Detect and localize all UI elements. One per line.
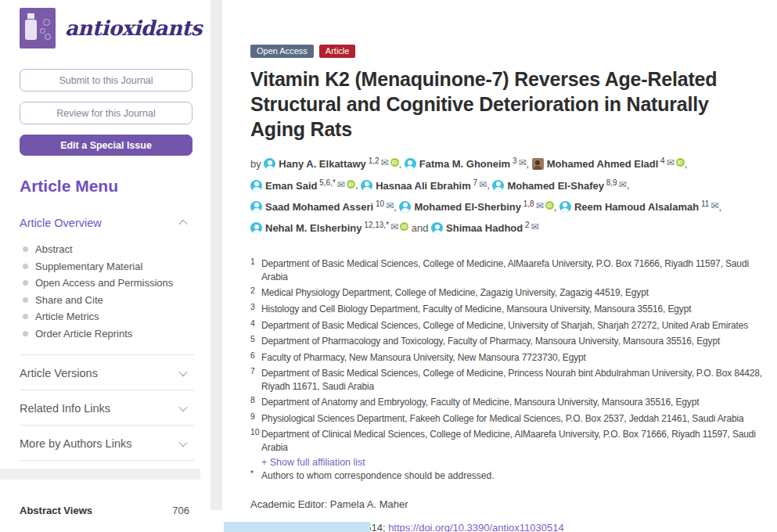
orcid-icon[interactable]: iD <box>390 158 399 167</box>
email-icon[interactable]: ✉ <box>518 157 526 168</box>
affiliation-10: 10Department of Clinical Medical Science… <box>250 428 776 454</box>
author-hasnaa-ali-ebrahim: Hasnaa Ali Ebrahim 7✉ <box>361 180 487 192</box>
affiliation-5: 5Department of Pharmacology and Toxicolo… <box>250 335 776 348</box>
email-icon[interactable]: ✉ <box>531 221 539 232</box>
email-icon[interactable]: ✉ <box>381 157 389 168</box>
menu-item-abstract[interactable]: Abstract <box>23 241 194 258</box>
author-separator: , <box>527 158 532 170</box>
by-label: by <box>250 158 264 170</box>
orcid-icon[interactable]: iD <box>545 201 554 210</box>
menu-item-label: Abstract <box>35 241 73 258</box>
author-reem-hamoud-alsalamah: Reem Hamoud Alsalamah 11✉ <box>559 201 718 213</box>
affiliation-number: 1 <box>250 257 261 282</box>
section-article-versions: Article Versions <box>20 355 194 390</box>
author-name-link[interactable]: Reem Hamoud Alsalamah <box>574 201 699 213</box>
author-photo <box>532 158 544 170</box>
affiliation-4: 4Department of Basic Medical Sciences, C… <box>250 319 776 332</box>
author-name-link[interactable]: Hany A. Elkattawy <box>279 158 366 170</box>
affiliation-1: 1Department of Basic Medical Sciences, C… <box>250 257 776 283</box>
author-name-link[interactable]: Fatma M. Ghoneim <box>419 158 510 170</box>
edit-a-special-issue-button[interactable]: Edit a Special Issue <box>20 135 192 156</box>
menu-item-open-access-and-permissions[interactable]: Open Access and Permissions <box>23 275 194 292</box>
email-icon[interactable]: ✉ <box>479 179 487 190</box>
affiliation-number: 8 <box>250 395 261 408</box>
menu-item-article-metrics[interactable]: Article Metrics <box>23 308 194 325</box>
email-icon[interactable]: ✉ <box>536 200 544 211</box>
author-name-link[interactable]: Saad Mohamed Asseri <box>265 201 373 213</box>
affiliation-9: 9Physiological Sciences Department, Fake… <box>250 412 776 426</box>
author-separator: , <box>554 201 559 213</box>
affiliation-2: 2Medical Physiology Department, College … <box>250 286 776 300</box>
correspondence-text: Authors to whom correspondence should be… <box>261 470 495 481</box>
email-icon[interactable]: ✉ <box>710 200 718 211</box>
article-badge[interactable]: Article <box>319 45 356 58</box>
berry-icon <box>40 28 45 34</box>
menu-item-supplementary-material[interactable]: Supplementary Material <box>23 258 194 275</box>
author-separator: , <box>399 158 405 170</box>
sidebar-divider-band <box>0 469 200 480</box>
email-icon[interactable]: ✉ <box>619 179 627 190</box>
author-name-link[interactable]: Shimaa Hadhod <box>446 222 523 234</box>
orcid-icon[interactable]: iD <box>676 158 685 167</box>
menu-item-order-article-reprints[interactable]: Order Article Reprints <box>23 325 194 343</box>
academic-editor: Academic Editor: Pamela A. Maher <box>250 498 776 510</box>
affiliation-text: Department of Basic Medical Sciences, Co… <box>261 367 770 393</box>
submit-to-this-journal-button[interactable]: Submit to this Journal <box>20 69 192 92</box>
author-avatar-icon <box>250 201 262 213</box>
email-icon[interactable]: ✉ <box>667 157 674 168</box>
bottle-icon <box>25 20 37 40</box>
author-affiliation-sup: 7 <box>471 178 477 186</box>
show-full-affiliation-link[interactable]: + Show full affiliation list <box>261 457 776 468</box>
bottle-icon <box>27 13 34 19</box>
section-header-more-by-authors-links[interactable]: More by Authors Links <box>20 426 194 460</box>
author-affiliation-sup: 1,8 <box>521 200 534 208</box>
chevron-down-icon <box>178 403 187 412</box>
orcid-icon[interactable]: iD <box>347 180 355 189</box>
email-icon[interactable]: ✉ <box>390 221 398 232</box>
author-mohamed-el-shafey: Mohamed El-Shafey 8,9✉ <box>492 180 626 192</box>
author-separator: , <box>627 180 630 192</box>
author-name-link[interactable]: Nehal M. Elsherbiny <box>265 222 362 234</box>
below-fold-element-edge <box>224 522 370 532</box>
journal-logo[interactable]: antioxidants <box>20 6 194 50</box>
email-icon[interactable]: ✉ <box>337 179 345 190</box>
author-mohamed-el-sherbiny: Mohamed El-Sherbiny 1,8✉iD <box>399 201 553 213</box>
column-gutter <box>210 0 222 510</box>
author-name-link[interactable]: Eman Said <box>265 180 317 192</box>
menu-item-share-and-cite[interactable]: Share and Cite <box>23 292 194 309</box>
section-header-article-overview[interactable]: Article Overview <box>20 205 194 239</box>
open-access-badge[interactable]: Open Access <box>250 45 314 58</box>
author-separator: , <box>718 201 721 213</box>
article-page: antioxidants Submit to this JournalRevie… <box>0 0 777 532</box>
author-separator: and <box>408 222 431 234</box>
author-avatar-icon <box>250 222 262 234</box>
author-avatar-icon <box>492 180 504 192</box>
affiliation-number: 3 <box>250 302 261 315</box>
affiliation-number: 2 <box>250 286 261 299</box>
section-header-article-versions[interactable]: Article Versions <box>20 355 194 390</box>
affiliation-text: Department of Pharmacology and Toxicolog… <box>261 335 720 348</box>
author-name-link[interactable]: Hasnaa Ali Ebrahim <box>376 180 471 192</box>
affiliation-8: 8Department of Anatomy and Embryology, F… <box>250 396 776 409</box>
orcid-icon[interactable]: iD <box>400 222 408 231</box>
affiliation-7: 7Department of Basic Medical Sciences, C… <box>250 367 776 393</box>
journal-logo-icon <box>20 8 56 49</box>
affiliation-number: 6 <box>250 350 261 364</box>
affiliation-3: 3Histology and Cell Biology Department, … <box>250 303 776 316</box>
menu-item-label: Supplementary Material <box>35 258 142 275</box>
section-label: Related Info Links <box>20 402 110 415</box>
article-menu-sections: Article OverviewAbstractSupplementary Ma… <box>20 205 194 461</box>
bullet-icon <box>23 264 28 269</box>
author-affiliation-sup: 12,13,* <box>362 221 389 229</box>
affiliation-text: Department of Basic Medical Sciences, Co… <box>261 319 748 332</box>
author-avatar-icon <box>361 180 372 192</box>
email-icon[interactable]: ✉ <box>386 200 394 211</box>
section-header-related-info-links[interactable]: Related Info Links <box>20 390 194 425</box>
review-for-this-journal-button[interactable]: Review for this Journal <box>20 102 192 124</box>
author-name-link[interactable]: Mohamed El-Shafey <box>507 180 604 192</box>
doi-link[interactable]: https://doi.org/10.3390/antiox11030514 <box>388 522 564 532</box>
author-name-link[interactable]: Mohamed El-Sherbiny <box>414 201 521 213</box>
author-name-link[interactable]: Mohamed Ahmed Eladl <box>547 158 659 170</box>
author-shimaa-hadhod: Shimaa Hadhod 2✉ <box>431 222 539 234</box>
abstract-views-label: Abstract Views <box>20 505 92 516</box>
